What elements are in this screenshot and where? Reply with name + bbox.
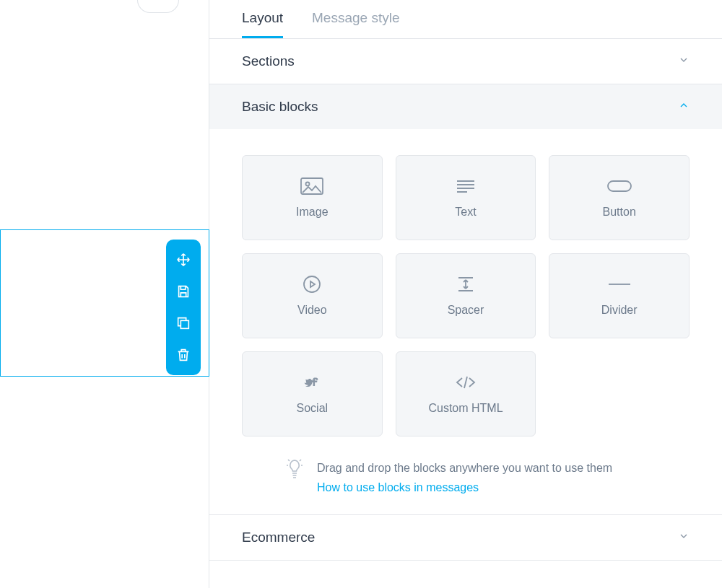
- tip-text: Drag and drop the blocks anywhere you wa…: [317, 458, 612, 497]
- collapsed-pill: [137, 0, 179, 13]
- code-icon: [455, 373, 477, 392]
- svg-rect-3: [608, 181, 631, 191]
- block-text[interactable]: Text: [396, 155, 536, 240]
- chevron-up-icon: [678, 99, 690, 115]
- block-label: Divider: [601, 304, 638, 317]
- video-icon: [303, 275, 321, 294]
- accordion-ecommerce: Ecommerce: [209, 515, 722, 561]
- accordion-sections: Sections: [209, 39, 722, 84]
- panel-tabs: Layout Message style: [209, 0, 722, 39]
- button-icon: [607, 177, 632, 196]
- block-button[interactable]: Button: [549, 155, 690, 240]
- lightbulb-icon: [285, 458, 304, 483]
- block-spacer[interactable]: Spacer: [396, 253, 536, 338]
- block-label: Social: [297, 402, 329, 415]
- block-grid: Image Text Button: [242, 155, 690, 436]
- block-label: Text: [455, 206, 476, 219]
- social-icon: [300, 373, 324, 392]
- save-button[interactable]: [169, 277, 198, 306]
- accordion-header-sections[interactable]: Sections: [209, 39, 722, 84]
- svg-rect-0: [180, 320, 188, 328]
- move-icon: [175, 252, 191, 268]
- block-label: Image: [296, 206, 328, 219]
- block-label: Custom HTML: [428, 402, 503, 415]
- chevron-down-icon: [678, 53, 690, 69]
- tab-layout[interactable]: Layout: [242, 10, 283, 38]
- basic-blocks-body: Image Text Button: [209, 129, 722, 514]
- save-icon: [175, 284, 191, 299]
- trash-icon: [175, 347, 191, 363]
- tab-message-style[interactable]: Message style: [312, 10, 399, 38]
- spacer-icon: [456, 275, 476, 294]
- chevron-down-icon: [678, 530, 690, 545]
- block-video[interactable]: Video: [242, 253, 383, 338]
- block-toolbar: [166, 240, 201, 375]
- image-icon: [300, 177, 323, 196]
- accordion-title: Sections: [242, 53, 295, 69]
- tip-row: Drag and drop the blocks anywhere you wa…: [242, 436, 690, 497]
- svg-point-2: [306, 183, 310, 186]
- tip-link[interactable]: How to use blocks in messages: [317, 478, 612, 497]
- block-divider[interactable]: Divider: [549, 253, 690, 338]
- accordion-title: Basic blocks: [242, 99, 318, 115]
- text-icon: [456, 177, 476, 196]
- delete-button[interactable]: [169, 341, 198, 369]
- tip-line: Drag and drop the blocks anywhere you wa…: [317, 458, 612, 478]
- block-image[interactable]: Image: [242, 155, 383, 240]
- duplicate-button[interactable]: [169, 309, 198, 338]
- move-button[interactable]: [169, 245, 198, 274]
- accordion-title: Ecommerce: [242, 530, 315, 545]
- accordion-header-ecommerce[interactable]: Ecommerce: [209, 515, 722, 560]
- block-social[interactable]: Social: [242, 351, 383, 436]
- right-panel: Layout Message style Sections Basic bloc…: [209, 0, 722, 588]
- accordion-basic-blocks: Basic blocks Image Text: [209, 84, 722, 515]
- svg-point-4: [304, 276, 320, 292]
- duplicate-icon: [175, 315, 191, 331]
- divider-icon: [607, 275, 632, 294]
- block-custom-html[interactable]: Custom HTML: [396, 351, 536, 436]
- accordion-header-basic-blocks[interactable]: Basic blocks: [209, 84, 722, 129]
- block-label: Video: [297, 304, 327, 317]
- block-label: Button: [603, 206, 636, 219]
- block-label: Spacer: [448, 304, 484, 317]
